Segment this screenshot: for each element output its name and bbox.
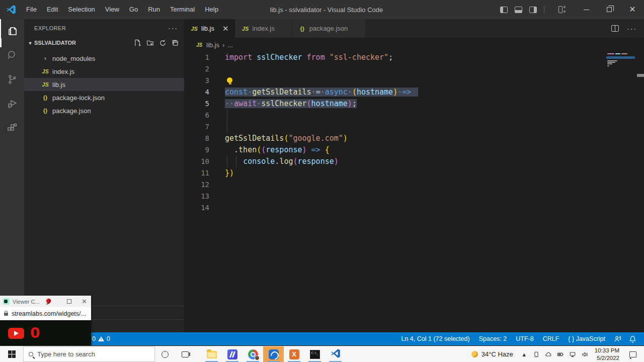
menu-view[interactable]: View [100,0,124,19]
editor-more-actions-icon[interactable]: ··· [627,25,637,33]
new-file-icon[interactable] [134,39,141,47]
overlay-url[interactable]: streamlabs.com/widgets/... [12,310,86,317]
code-line[interactable]: 8getSslDetails("google.com") [184,133,644,144]
toggle-panel-icon[interactable] [515,7,522,13]
restore-button[interactable] [598,0,621,19]
code-line[interactable]: 9 .then((response) => { [184,144,644,156]
minimap[interactable] [606,53,635,68]
search-icon[interactable] [0,43,24,67]
action-center-button[interactable] [624,351,641,357]
taskbar-app-chrome[interactable] [243,346,263,362]
taskbar-search-input[interactable]: Type here to search [23,346,155,362]
problems-indicator[interactable]: 0 0 [92,332,110,345]
section-chevron-icon[interactable]: ▾ [26,40,34,46]
tab-close-icon[interactable]: ✕ [222,24,229,33]
taskbar-app-m-app[interactable] [222,346,243,362]
taskbar-app-file-explorer[interactable] [201,346,222,362]
overlay-address-bar[interactable]: streamlabs.com/widgets/... [0,307,91,320]
taskbar-app-cmd[interactable]: C:\_ [304,346,325,362]
code-line[interactable]: 10 console.log(response) [184,156,644,167]
explorer-more-actions-icon[interactable]: ··· [168,24,178,32]
taskbar-app-xampp[interactable]: X [284,346,304,362]
file-row-package-lock.json[interactable]: {}package-lock.json [24,91,184,104]
overlay-titlebar[interactable]: Viewer C... ✕ [0,296,91,307]
tab-lib.js[interactable]: JSlib.js✕ [184,19,235,38]
extensions-icon[interactable] [0,116,24,140]
volume-icon[interactable] [579,351,591,358]
weather-widget[interactable]: 34°C Haze [466,350,518,358]
windows-logo-icon [8,350,16,358]
cortana-button[interactable] [155,346,175,362]
tab-package.json[interactable]: {}package.json [292,19,366,38]
run-debug-icon[interactable] [0,92,24,116]
code-line[interactable]: 13 [184,191,644,202]
overlay-maximize-icon[interactable] [67,299,71,304]
your-phone-icon[interactable] [530,351,542,358]
search-placeholder: Type here to search [37,350,95,358]
taskbar-app-streamlabs[interactable] [263,346,284,362]
code-line[interactable]: 3 [184,75,644,86]
source-control-icon[interactable] [0,67,24,92]
feedback-icon[interactable] [610,332,625,345]
line-number: 9 [184,144,209,156]
tab-index.js[interactable]: JSindex.js [235,19,292,38]
code-editor[interactable]: 1import sslChecker from "ssl-checker";23… [184,52,644,332]
status-language-mode[interactable]: { } JavaScript [564,332,610,345]
taskbar-app-vscode[interactable] [325,346,346,362]
code-line[interactable]: 11}) [184,167,644,179]
status-cursor-position[interactable]: Ln 4, Col 1 (72 selected) [396,332,474,345]
code-line[interactable]: 1import sslChecker from "ssl-checker"; [184,52,644,63]
overlay-close-icon[interactable]: ✕ [82,298,87,305]
menu-selection[interactable]: Selection [63,0,100,19]
menu-terminal[interactable]: Terminal [165,0,200,19]
toggle-secondary-sidebar-icon[interactable] [529,7,537,13]
menu-edit[interactable]: Edit [42,0,63,19]
code-line[interactable]: 2 [184,63,644,75]
network-icon[interactable] [567,351,579,358]
lightbulb-icon[interactable] [227,77,233,84]
menu-help[interactable]: Help [200,0,223,19]
battery-icon[interactable] [554,351,567,358]
toggle-sidebar-icon[interactable] [500,7,508,13]
tray-overflow-icon[interactable]: ▲ [518,351,530,357]
line-content: ··await·sslChecker(hostname); [225,98,644,110]
menu-run[interactable]: Run [143,0,165,19]
menu-go[interactable]: Go [124,0,143,19]
code-line[interactable]: 5··await·sslChecker(hostname); [184,98,644,110]
activity-bar [0,19,24,332]
task-view-button[interactable] [175,346,195,362]
close-button[interactable]: ✕ [621,0,644,19]
file-row-node_modules[interactable]: ›node_modules [24,52,184,65]
customize-layout-icon[interactable] [558,6,566,13]
code-line[interactable]: 6 [184,110,644,121]
line-number: 4 [184,86,209,98]
pin-icon[interactable] [46,299,52,305]
start-button[interactable] [0,346,23,362]
status-encoding[interactable]: UTF-8 [511,332,538,345]
breadcrumb-file[interactable]: lib.js [206,41,219,49]
code-line[interactable]: 12 [184,179,644,191]
code-line[interactable]: 4const·getSslDetails·=·async·(hostname)·… [184,86,644,98]
code-line[interactable]: 7 [184,121,644,133]
file-row-lib.js[interactable]: JSlib.js [24,78,184,91]
file-row-package.json[interactable]: {}package.json [24,104,184,117]
split-editor-icon[interactable] [611,25,619,32]
onedrive-icon[interactable] [542,351,554,358]
status-indentation[interactable]: Spaces: 2 [474,332,512,345]
code-line[interactable]: 14 [184,202,644,214]
status-eol-sequence[interactable]: CRLF [538,332,564,345]
new-folder-icon[interactable] [146,39,154,47]
explorer-icon[interactable] [0,19,24,43]
file-row-index.js[interactable]: JSindex.js [24,65,184,78]
line-number: 12 [184,179,209,191]
breadcrumb[interactable]: JS lib.js › ... [184,38,644,52]
minimize-button[interactable] [575,0,598,19]
menu-file[interactable]: File [21,0,42,19]
taskbar-clock[interactable]: 10:33 PM 5/2/2022 [591,347,624,361]
workspace-name[interactable]: SSLVALIDATOR [34,40,76,46]
breadcrumb-more[interactable]: ... [227,41,233,49]
scrollbar-thumb[interactable] [637,74,644,77]
notifications-bell-icon[interactable] [625,332,640,345]
collapse-folders-icon[interactable] [172,39,179,47]
refresh-icon[interactable] [159,39,167,47]
